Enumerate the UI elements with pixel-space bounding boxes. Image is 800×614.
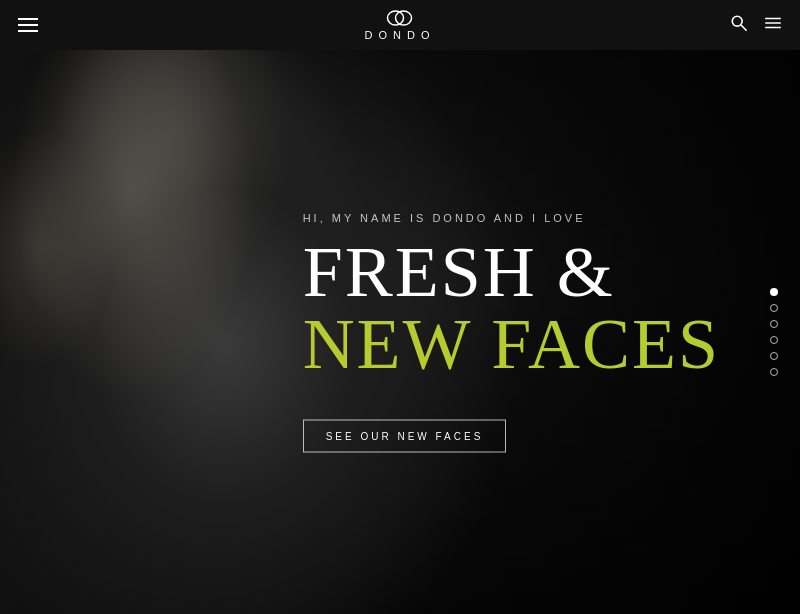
header: DONDO	[0, 0, 800, 50]
svg-point-2	[732, 16, 742, 26]
hero-title-line2: NEW FACES	[303, 308, 720, 380]
pagination-dot-6[interactable]	[770, 368, 778, 376]
menu-icon-right[interactable]	[764, 14, 782, 36]
pagination-dot-4[interactable]	[770, 336, 778, 344]
pagination-dot-1[interactable]	[770, 288, 778, 296]
pagination-dot-2[interactable]	[770, 304, 778, 312]
logo-text: DONDO	[365, 29, 436, 41]
hero-section: HI, MY NAME IS DONDO AND I LOVE FRESH & …	[0, 50, 800, 614]
pagination-dot-5[interactable]	[770, 352, 778, 360]
hero-content: HI, MY NAME IS DONDO AND I LOVE FRESH & …	[303, 212, 720, 453]
header-left	[18, 18, 38, 32]
hero-subtitle: HI, MY NAME IS DONDO AND I LOVE	[303, 212, 720, 224]
svg-line-3	[741, 25, 746, 30]
pagination-dot-3[interactable]	[770, 320, 778, 328]
hero-cta-button[interactable]: SEE OUR NEW FACES	[303, 420, 507, 453]
logo-icon	[386, 9, 414, 27]
hamburger-icon[interactable]	[18, 18, 38, 32]
pagination-dots	[770, 288, 778, 376]
search-icon[interactable]	[730, 14, 748, 36]
header-right	[730, 14, 782, 36]
logo[interactable]: DONDO	[365, 9, 436, 41]
hero-title-line1: FRESH &	[303, 236, 720, 308]
